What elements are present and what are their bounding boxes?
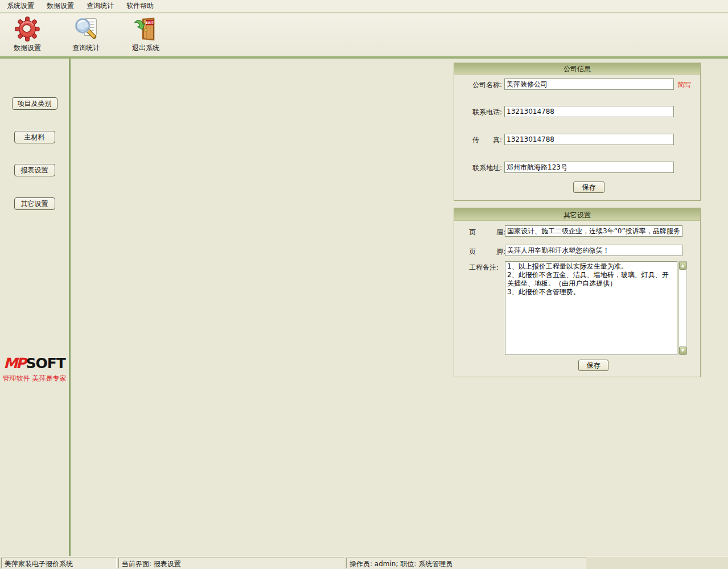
- status-app-name: 美萍家装电子报价系统: [1, 558, 117, 568]
- notes-scrollbar[interactable]: ▲ ▼: [678, 261, 687, 355]
- menu-system-settings[interactable]: 系统设置: [1, 0, 40, 13]
- status-current-view: 当前界面: 报表设置: [118, 558, 344, 568]
- sidebar-divider: [69, 59, 71, 556]
- toolbar-query-stats-label: 查询统计: [72, 43, 100, 53]
- menu-query-stats[interactable]: 查询统计: [81, 0, 120, 13]
- sidebar-item-report-settings[interactable]: 报表设置: [14, 164, 55, 176]
- fax-input[interactable]: [504, 134, 674, 145]
- fax-label: 传 真:: [454, 135, 502, 145]
- sidebar-item-main-materials[interactable]: 主材料: [14, 131, 55, 143]
- toolbar-query-stats-button[interactable]: 查询统计: [60, 16, 112, 55]
- project-notes-textarea[interactable]: 1、以上报价工程量以实际发生量为准。 2、此报价不含五金、洁具、墙地砖，玻璃、灯…: [505, 261, 677, 355]
- logo-slogan: 管理软件 美萍是专家: [0, 374, 69, 384]
- contact-address-label: 联系地址:: [454, 163, 502, 173]
- abbreviation-link[interactable]: 简写: [677, 80, 691, 90]
- toolbar-divider: [0, 56, 728, 59]
- status-operator-info: 操作员: admin; 职位: 系统管理员: [346, 558, 586, 568]
- other-settings-panel-title: 其它设置: [454, 208, 700, 221]
- exit-sign-text: EXIT: [146, 20, 155, 24]
- scroll-down-icon[interactable]: ▼: [679, 347, 686, 354]
- sidebar: 项目及类别 主材料 报表设置 其它设置 MPSOFT 管理软件 美萍是专家: [0, 59, 69, 556]
- toolbar-exit-label: 退出系统: [132, 43, 159, 53]
- menu-data-settings[interactable]: 数据设置: [41, 0, 80, 13]
- company-save-button[interactable]: 保存: [573, 182, 604, 193]
- gear-icon: [14, 16, 40, 42]
- scroll-up-icon[interactable]: ▲: [679, 262, 686, 270]
- contact-phone-label: 联系电话:: [454, 108, 502, 117]
- status-bar: 美萍家装电子报价系统 当前界面: 报表设置 操作员: admin; 职位: 系统…: [0, 556, 728, 569]
- menu-bar: 系统设置 数据设置 查询统计 软件帮助: [0, 0, 728, 13]
- other-save-button[interactable]: 保存: [578, 360, 608, 371]
- toolbar-data-settings-label: 数据设置: [14, 43, 41, 53]
- menu-software-help[interactable]: 软件帮助: [121, 0, 159, 13]
- contact-address-input[interactable]: [504, 162, 674, 173]
- page-header-label: 页 眉:: [469, 228, 505, 237]
- company-name-input[interactable]: [504, 79, 674, 90]
- mpsoft-logo: MPSOFT 管理软件 美萍是专家: [0, 355, 69, 384]
- company-name-label: 公司名称:: [454, 80, 502, 90]
- project-notes-label: 工程备注:: [469, 263, 499, 273]
- page-header-input[interactable]: [505, 225, 682, 237]
- exit-icon: EXIT: [133, 16, 159, 42]
- sidebar-item-other-settings[interactable]: 其它设置: [14, 197, 55, 210]
- search-icon: [73, 16, 99, 42]
- logo-soft-text: SOFT: [26, 355, 65, 372]
- toolbar-data-settings-button[interactable]: 数据设置: [1, 16, 54, 55]
- app-window: 系统设置 数据设置 查询统计 软件帮助 数据设置: [0, 0, 728, 569]
- company-info-panel: 公司信息 公司名称: 简写 联系电话: 传 真: 联系地址: 保存: [454, 63, 701, 201]
- sidebar-item-projects-categories[interactable]: 项目及类别: [12, 97, 57, 110]
- company-info-panel-title: 公司信息: [454, 63, 700, 75]
- page-footer-label: 页 脚:: [469, 247, 505, 257]
- contact-phone-input[interactable]: [504, 106, 674, 117]
- other-settings-panel: 其它设置 页 眉: 页 脚: 工程备注: 1、以上报价工程量以实际发生量为准。 …: [454, 208, 701, 377]
- toolbar: 数据设置 查询统计 EXIT: [0, 14, 728, 56]
- logo-mp-text: MP: [3, 355, 26, 372]
- toolbar-exit-button[interactable]: EXIT 退出系统: [120, 16, 172, 55]
- page-footer-input[interactable]: [505, 245, 682, 256]
